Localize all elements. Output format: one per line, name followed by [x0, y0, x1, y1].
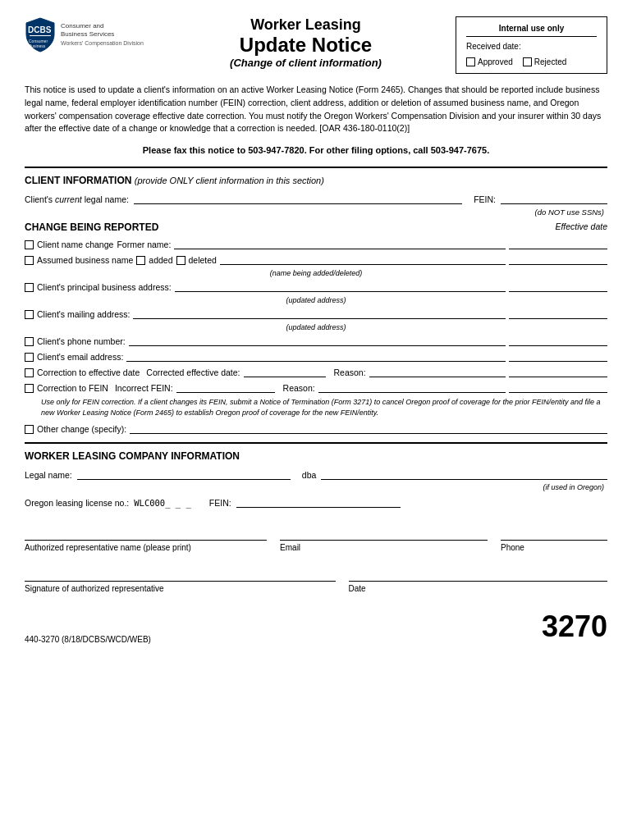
fein-reason-input[interactable]	[318, 381, 506, 393]
other-change-input[interactable]	[130, 422, 607, 434]
signature-line[interactable]	[25, 565, 336, 582]
svg-rect-1	[30, 35, 51, 36]
email-sig-label: Email	[280, 543, 488, 552]
principal-address-eff-date[interactable]	[509, 281, 607, 292]
page-footer: 440-3270 (8/18/DCBS/WCD/WEB) 3270	[25, 609, 607, 644]
client-legal-name-input[interactable]	[134, 193, 462, 204]
correction-fein-row: Correction to FEIN Incorrect FEIN: Reaso…	[25, 381, 607, 393]
mailing-address-checkbox[interactable]	[25, 310, 34, 319]
date-line[interactable]	[349, 565, 607, 582]
principal-address-row: Client's principal business address:	[25, 281, 607, 292]
phone-label: Client's phone number:	[37, 336, 126, 346]
date-sig-label: Date	[349, 584, 607, 593]
fein-correction-eff-date[interactable]	[509, 381, 607, 393]
title-subtitle: (Change of client information)	[156, 57, 456, 69]
phone-sig-line[interactable]	[501, 524, 607, 541]
auth-rep-label: Authorized representative name (please p…	[25, 543, 267, 552]
deleted-label: deleted	[189, 255, 217, 265]
correction-reason-input[interactable]	[369, 366, 506, 377]
mailing-address-input[interactable]	[133, 308, 506, 319]
svg-text:Business: Business	[29, 43, 46, 48]
logo-line2: Business Services	[61, 30, 144, 39]
assumed-business-row: Assumed business name added deleted (nam…	[25, 253, 607, 279]
phone-eff-date[interactable]	[509, 335, 607, 346]
client-name-change-checkbox[interactable]	[25, 240, 34, 249]
logo-text-block: Consumer and Business Services Workers' …	[61, 22, 144, 47]
client-header-bold: CLIENT INFORMATION	[25, 175, 131, 186]
email-input[interactable]	[126, 350, 506, 362]
auth-rep-line[interactable]	[25, 524, 267, 541]
email-row: Client's email address:	[25, 350, 607, 362]
mailing-address-note: (updated address)	[25, 323, 607, 333]
correction-eff-date-col[interactable]	[509, 366, 607, 377]
worker-section-divider	[25, 442, 607, 444]
principal-address-checkbox[interactable]	[25, 283, 34, 292]
worker-legal-name-label: Legal name:	[25, 470, 72, 480]
mailing-address-eff-date[interactable]	[509, 308, 607, 319]
footer-code: 440-3270 (8/18/DCBS/WCD/WEB)	[25, 635, 151, 644]
other-change-checkbox[interactable]	[25, 425, 34, 434]
phone-row: Client's phone number:	[25, 335, 607, 346]
correction-eff-date-row: Correction to effective date Corrected e…	[25, 366, 607, 377]
fein-reason-label: Reason:	[283, 383, 315, 393]
svg-text:DCBS: DCBS	[28, 25, 52, 34]
fax-notice: Please fax this notice to 503-947-7820. …	[25, 145, 607, 155]
assumed-business-eff-date[interactable]	[509, 253, 607, 265]
email-label: Client's email address:	[37, 352, 123, 362]
assumed-business-checkbox[interactable]	[25, 256, 34, 265]
phone-checkbox[interactable]	[25, 337, 34, 346]
correction-eff-date-checkbox[interactable]	[25, 368, 34, 377]
principal-address-note: (updated address)	[25, 296, 607, 306]
signature-col: Signature of authorized representative	[25, 565, 336, 593]
license-fein-row: Oregon leasing license no.: WLC000_ _ _ …	[25, 496, 607, 508]
effective-date-header-label: Effective date	[555, 221, 607, 233]
former-name-label: Former name:	[117, 240, 171, 249]
signature-section: Authorized representative name (please p…	[25, 524, 607, 593]
email-sig-line[interactable]	[280, 524, 488, 541]
correction-fein-label: Correction to FEIN	[37, 383, 108, 393]
client-section-header: CLIENT INFORMATION (provide ONLY client …	[25, 175, 607, 186]
name-being-added-note: (name being added/deleted)	[25, 269, 607, 279]
title-line2: Update Notice	[156, 34, 456, 57]
form-title-area: Worker Leasing Update Notice (Change of …	[156, 16, 456, 69]
logo-line3: Workers' Compensation Division	[61, 39, 144, 47]
client-name-eff-date[interactable]	[509, 238, 607, 249]
other-change-label: Other change (specify):	[37, 424, 126, 434]
title-line1: Worker Leasing	[156, 16, 456, 34]
client-name-change-row: Client name change Former name:	[25, 238, 607, 249]
corrected-eff-date-input[interactable]	[244, 366, 326, 377]
business-name-input[interactable]	[220, 253, 506, 265]
client-header-italic: (provide ONLY client information in this…	[135, 176, 324, 185]
added-checkbox[interactable]	[136, 256, 145, 265]
incorrect-fein-input[interactable]	[176, 381, 275, 393]
fein-input[interactable]	[501, 193, 607, 204]
client-name-change-label: Client name change	[37, 240, 113, 249]
deleted-checkbox[interactable]	[176, 256, 185, 265]
auth-rep-row: Authorized representative name (please p…	[25, 524, 607, 552]
worker-legal-name-input[interactable]	[77, 468, 291, 480]
principal-address-input[interactable]	[175, 281, 506, 292]
rejected-label: Rejected	[534, 57, 566, 66]
rejected-checkbox[interactable]	[523, 57, 532, 66]
email-eff-date[interactable]	[509, 350, 607, 362]
worker-fein-input[interactable]	[236, 496, 401, 508]
former-name-input[interactable]	[174, 238, 506, 249]
worker-section-header: WORKER LEASING COMPANY INFORMATION	[25, 450, 607, 462]
fein-correction-note: Use only for FEIN correction. If a clien…	[41, 397, 607, 418]
sig-date-row: Signature of authorized representative D…	[25, 565, 607, 593]
approved-checkbox[interactable]	[466, 57, 475, 66]
change-section: CHANGE BEING REPORTED Effective date Cli…	[25, 221, 607, 434]
internal-use-title: Internal use only	[466, 24, 597, 37]
email-checkbox[interactable]	[25, 353, 34, 362]
client-section-divider	[25, 167, 607, 168]
client-legal-name-row: Client's current legal name: FEIN:	[25, 193, 607, 204]
added-label: added	[149, 255, 172, 265]
dba-input[interactable]	[321, 468, 607, 480]
rejected-checkbox-item[interactable]: Rejected	[523, 57, 566, 66]
approved-checkbox-item[interactable]: Approved	[466, 57, 513, 66]
correction-fein-checkbox[interactable]	[25, 384, 34, 393]
phone-input[interactable]	[129, 335, 506, 346]
correction-reason-label: Reason:	[334, 368, 366, 377]
page-header: DCBS Consumer Business Consumer and Busi…	[25, 16, 607, 74]
sig-date-inner-row: Signature of authorized representative D…	[25, 565, 607, 593]
